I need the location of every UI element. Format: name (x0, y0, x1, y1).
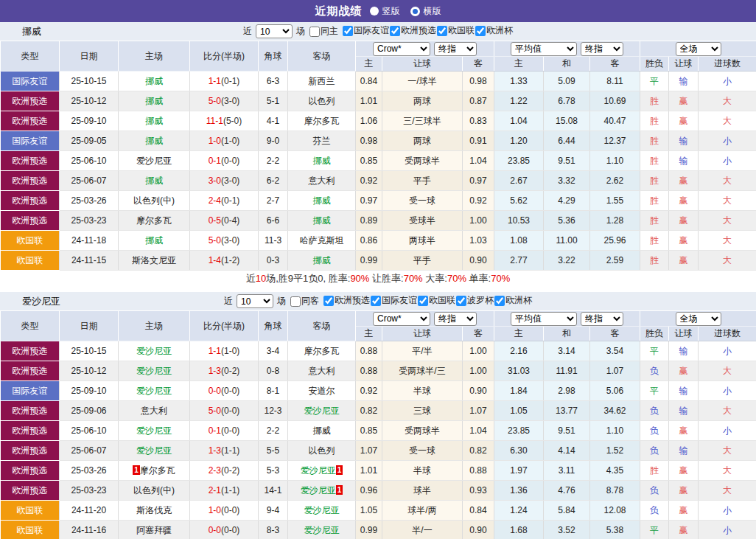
score: 5-0(3-0) (190, 91, 259, 111)
odds-provider-select[interactable]: Crow* (373, 312, 430, 326)
home-team: 挪威 (119, 231, 190, 251)
odds-home: 1.01 (356, 461, 382, 481)
avg-away: 34.62 (590, 401, 640, 421)
league-checkbox[interactable]: 欧洲预选 (390, 24, 436, 37)
avg-home: 23.85 (494, 421, 544, 441)
result-handicap: 输 (669, 151, 699, 171)
league-checkbox-input[interactable] (390, 26, 400, 36)
same-side-checkbox-input[interactable] (290, 296, 301, 307)
same-side-checkbox[interactable]: 同主 (309, 25, 338, 38)
league-checkbox[interactable]: 波罗杯 (456, 294, 494, 307)
odds-home: 0.98 (356, 131, 382, 151)
match-date: 25-03-23 (60, 481, 119, 501)
filter-bar: 近 10 场 同客 欧洲预选国际友谊欧国联波罗杯欧洲杯 (224, 294, 532, 308)
filter-leagues: 欧洲预选国际友谊欧国联波罗杯欧洲杯 (323, 294, 532, 308)
sub-avg-draw: 和 (544, 57, 590, 72)
avg-home: 2.77 (494, 251, 544, 271)
same-side-checkbox[interactable]: 同客 (290, 295, 319, 307)
league-checkbox-input[interactable] (371, 296, 381, 306)
match-date: 25-06-07 (60, 441, 119, 461)
result-handicap: 输 (669, 341, 699, 361)
competition-badge: 欧洲预选 (1, 111, 60, 131)
league-checkbox-input[interactable] (475, 26, 486, 36)
odds-home: 1.06 (356, 111, 382, 131)
odds-group-header: Crow* 终指 (356, 41, 494, 57)
same-side-checkbox-input[interactable] (309, 27, 320, 37)
sub-odds-home: 主 (356, 57, 382, 72)
odds-provider-select[interactable]: Crow* (373, 42, 430, 56)
home-team: 挪威 (119, 91, 190, 111)
match-count-select[interactable]: 10 (256, 24, 293, 38)
home-team: 斯洛文尼亚 (119, 251, 190, 271)
avg-draw: 3.14 (544, 341, 590, 361)
avg-away: 1.10 (590, 151, 640, 171)
col-score: 比分(半场) (190, 311, 259, 341)
away-team: 挪威 (288, 151, 356, 171)
handicap-line: 半球 (382, 381, 463, 401)
match-date: 24-11-16 (60, 521, 119, 539)
fulltime-select[interactable]: 全场 (676, 42, 721, 56)
score: 1-1(1-0) (190, 341, 259, 361)
result-handicap: 输 (669, 131, 699, 151)
match-row: 欧洲预选25-03-261摩尔多瓦2-3(0-2)5-3爱沙尼亚11.01半球0… (1, 461, 756, 481)
league-checkbox[interactable]: 国际友谊 (343, 24, 389, 37)
league-checkbox[interactable]: 欧洲杯 (494, 294, 532, 307)
corners: 2-7 (259, 191, 288, 211)
games-label: 场 (296, 25, 305, 38)
final-odds-select-1[interactable]: 终指 (434, 42, 477, 56)
home-team: 斯洛伐克 (119, 501, 190, 521)
result-handicap: 赢 (669, 251, 699, 271)
sub-goals: 进球数 (699, 327, 756, 341)
result-wdl: 平 (640, 381, 669, 401)
handicap-line: 半球 (382, 461, 463, 481)
odds-away: 0.84 (463, 501, 494, 521)
final-odds-select-2[interactable]: 终指 (581, 312, 623, 326)
result-handicap: 赢 (669, 521, 699, 539)
odds-away: 0.92 (463, 191, 494, 211)
col-score: 比分(半场) (190, 41, 259, 72)
away-team: 挪威 (288, 211, 356, 231)
avg-away: 1.07 (590, 361, 640, 381)
competition-badge: 欧洲预选 (1, 191, 60, 211)
average-select[interactable]: 平均值 (511, 312, 577, 326)
league-checkbox-input[interactable] (418, 296, 428, 306)
result-wdl: 负 (640, 481, 669, 501)
league-checkbox[interactable]: 欧洲预选 (323, 294, 370, 307)
league-checkbox[interactable]: 欧国联 (437, 24, 475, 37)
sub-handicap-result: 让球 (669, 327, 699, 341)
league-checkbox-input[interactable] (323, 296, 334, 306)
odds-home: 0.82 (356, 401, 382, 421)
away-team: 摩尔多瓦 (288, 111, 356, 131)
result-goals: 大 (699, 251, 756, 271)
result-goals: 大 (699, 461, 756, 481)
odds-home: 0.85 (356, 151, 382, 171)
match-count-select[interactable]: 10 (237, 294, 273, 308)
final-odds-select-2[interactable]: 终指 (581, 42, 623, 56)
corners: 14-1 (259, 481, 288, 501)
away-team: 爱沙尼亚 (288, 501, 356, 521)
corners: 0-3 (259, 251, 288, 271)
avg-away: 8.78 (590, 481, 640, 501)
fulltime-select[interactable]: 全场 (676, 312, 721, 326)
average-select[interactable]: 平均值 (511, 42, 577, 56)
radio-horizontal-layout[interactable]: 横版 (410, 5, 441, 18)
league-checkbox[interactable]: 欧洲杯 (475, 24, 513, 37)
away-team: 哈萨克斯坦 (288, 231, 356, 251)
match-date: 25-06-10 (60, 151, 119, 171)
final-odds-select-1[interactable]: 终指 (434, 312, 477, 326)
league-checkbox-input[interactable] (437, 26, 447, 36)
league-checkbox-label: 波罗杯 (467, 294, 494, 307)
summary-part: 70% (491, 273, 510, 284)
league-checkbox-input[interactable] (456, 296, 466, 306)
result-handicap: 赢 (669, 481, 699, 501)
league-checkbox-input[interactable] (343, 26, 353, 36)
league-checkbox[interactable]: 欧国联 (418, 294, 455, 307)
league-checkbox-input[interactable] (494, 296, 505, 306)
handicap-line: 两球 (382, 91, 463, 111)
league-checkbox[interactable]: 国际友谊 (371, 294, 417, 307)
result-goals: 大 (699, 441, 756, 461)
away-team: 爱沙尼亚 (288, 401, 356, 421)
odds-away: 0.83 (463, 111, 494, 131)
odds-home: 0.88 (356, 361, 382, 381)
radio-vertical-layout[interactable]: 竖版 (370, 5, 400, 18)
